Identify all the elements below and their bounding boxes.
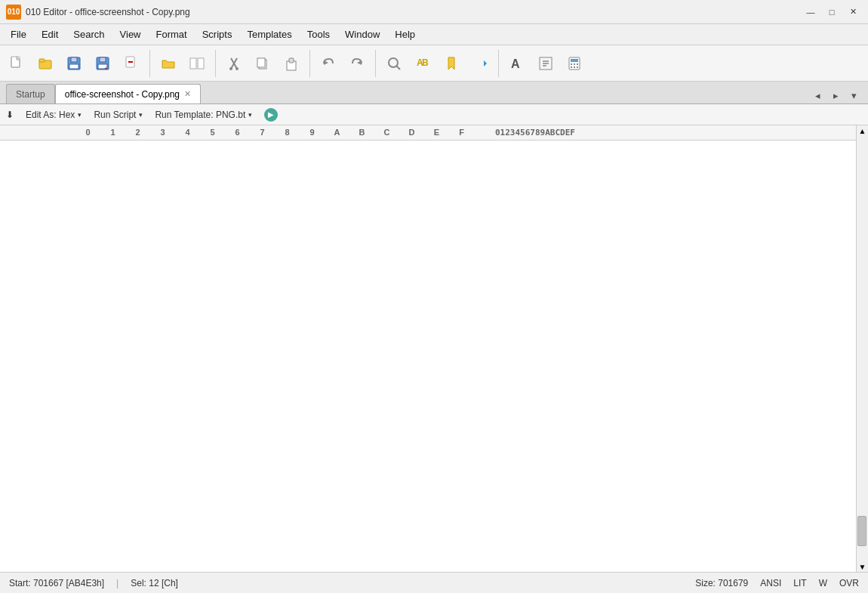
col-header-A: A [325,128,349,137]
svg-rect-22 [289,58,294,63]
toolbar-sep-1 [149,50,150,77]
col-header-7: 7 [250,128,275,137]
menu-item-window[interactable]: Window [337,26,387,43]
status-sel: Sel: 12 [Ch] [131,578,178,588]
run-template-label: Run Template: PNG.bt [155,110,245,120]
status-size: Size: 701679 [695,578,748,588]
vertical-scrollbar[interactable]: ▲ ▼ [856,125,868,572]
menu-item-help[interactable]: Help [387,26,423,43]
redo-button[interactable] [343,50,371,77]
menu-item-format[interactable]: Format [149,26,195,43]
svg-rect-36 [571,59,578,62]
toolbar-sep-4 [375,50,376,77]
maximize-button[interactable]: □ [823,5,841,20]
close-button[interactable]: ✕ [844,5,862,20]
status-start: Start: 701667 [AB4E3h] [9,578,104,588]
save-as-button[interactable]: + [89,50,116,77]
tab-close-icon[interactable]: ✕ [184,89,191,99]
paste-button[interactable] [278,50,305,77]
svg-point-17 [229,67,232,70]
hex-content [0,141,856,572]
app-icon: 010 [6,5,21,20]
menu-item-templates[interactable]: Templates [239,26,299,43]
compare-button[interactable] [183,50,211,77]
tab-list-button[interactable]: ▾ [845,87,862,103]
tab-startup-label: Startup [16,89,45,100]
col-header-4: 4 [175,128,200,137]
new-button[interactable] [3,50,30,77]
menu-item-edit[interactable]: Edit [34,26,66,43]
menu-item-file[interactable]: File [3,26,34,43]
scroll-indicator[interactable]: ⬇ [6,110,14,120]
scroll-track[interactable] [857,136,868,561]
svg-rect-5 [71,57,77,62]
status-w: W [819,578,827,588]
open-button[interactable] [32,50,59,77]
menu-item-search[interactable]: Search [66,26,112,43]
svg-rect-39 [577,63,578,65]
svg-marker-23 [324,60,328,65]
replace-button[interactable]: AB [409,50,436,77]
addr-header [0,128,75,137]
undo-button[interactable] [315,50,342,77]
col-header-8: 8 [275,128,300,137]
run-script-selector[interactable]: Run Script ▾ [94,110,143,120]
scroll-up-button[interactable]: ▲ [857,125,868,136]
svg-rect-3 [39,59,45,62]
tab-prev-button[interactable]: ◂ [809,87,826,103]
svg-rect-14 [198,58,204,69]
save-button[interactable] [60,50,88,77]
menu-item-tools[interactable]: Tools [300,26,337,43]
svg-text:B: B [422,57,429,68]
close-file-button[interactable] [118,50,145,77]
tab-active-file[interactable]: office-screenshot - Copy.png ✕ [55,84,201,103]
hex-editor-area: 0123456789ABCDEF 0123456789ABCDEF ▲ ▼ [0,125,868,572]
calculator-button[interactable] [561,50,588,77]
status-ansi: ANSI [760,578,781,588]
title-bar: 010 010 Editor - office-screenshot - Cop… [0,0,868,24]
col-header-D: D [399,128,424,137]
svg-rect-37 [571,63,572,65]
col-header-E: E [424,128,449,137]
column-header: 0123456789ABCDEF 0123456789ABCDEF [0,125,856,141]
tab-startup[interactable]: Startup [6,84,55,103]
bookmark-button[interactable] [438,50,465,77]
svg-point-18 [235,67,239,70]
window-controls: — □ ✕ [802,5,862,20]
svg-text:A: A [511,57,520,70]
cut-button[interactable] [220,50,248,77]
menu-item-scripts[interactable]: Scripts [195,26,240,43]
svg-line-26 [396,66,400,69]
col-header-6: 6 [225,128,250,137]
inspector-button[interactable] [532,50,559,77]
scroll-thumb[interactable] [857,516,866,546]
tab-next-button[interactable]: ▸ [827,87,844,103]
menu-item-view[interactable]: View [112,26,149,43]
run-script-arrow: ▾ [139,111,143,119]
window-title: 010 Editor - office-screenshot - Copy.pn… [26,7,802,17]
font-button[interactable]: A [503,50,531,77]
col-header-0: 0 [75,128,100,137]
toolbar-sep-2 [215,50,216,77]
copy-button[interactable] [249,50,276,77]
find-button[interactable] [380,50,408,77]
open-folder-button[interactable] [155,50,182,77]
jump-button[interactable] [466,50,494,77]
svg-rect-13 [190,58,196,69]
action-bar: ⬇ Edit As: Hex ▾ Run Script ▾ Run Templa… [0,104,868,125]
col-header-B: B [349,128,374,137]
edit-as-selector[interactable]: Edit As: Hex ▾ [26,110,82,120]
run-button[interactable]: ▶ [264,108,278,122]
col-header-5: 5 [200,128,225,137]
status-bar: Start: 701667 [AB4E3h] | Sel: 12 [Ch] Si… [0,572,868,593]
scroll-down-button[interactable]: ▼ [857,561,868,572]
svg-rect-20 [257,58,265,67]
svg-rect-38 [574,63,575,65]
run-template-selector[interactable]: Run Template: PNG.bt ▾ [155,110,252,120]
minimize-button[interactable]: — [802,5,820,20]
edit-as-label: Edit As: Hex [26,110,75,120]
status-right: Size: 701679 ANSI LIT W OVR [695,578,859,588]
status-ovr: OVR [839,578,859,588]
svg-rect-40 [571,66,572,68]
col-header-C: C [374,128,399,137]
